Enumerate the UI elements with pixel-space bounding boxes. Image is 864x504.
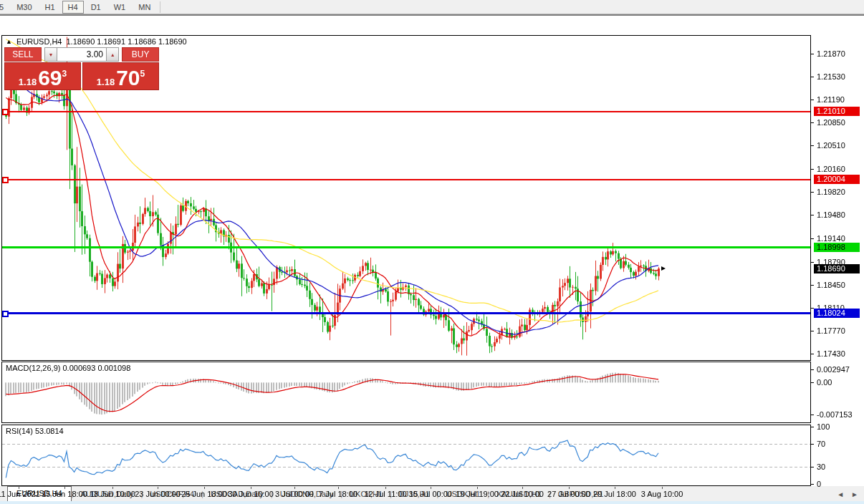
price-axis-value: 1.18450 xyxy=(817,281,845,289)
date-axis-label: 3 Aug 10:00 xyxy=(641,490,683,498)
date-axis-tick xyxy=(477,487,478,489)
date-axis-label: 25 Jun 18:00 xyxy=(181,490,227,498)
date-axis-label: 23 Jun 00:00 xyxy=(135,490,181,498)
price-axis-value: 1.20160 xyxy=(817,165,845,173)
spinner-up-icon: ▲ xyxy=(110,52,115,57)
date-axis-label: 22 Jul 10:00 xyxy=(501,490,544,498)
price-axis-value: 1.21190 xyxy=(817,95,845,104)
date-axis-tick xyxy=(112,487,113,489)
volume-increase-button[interactable]: ▲ xyxy=(106,47,119,62)
timeframe-toolbar: 5M30H1H4D1W1MN xyxy=(0,0,864,14)
date-axis-tick xyxy=(338,487,339,489)
price-axis-value: 1.21870 xyxy=(817,49,845,58)
date-axis-label: 29 Jul 18:00 xyxy=(593,490,636,498)
toolbar-separator xyxy=(160,1,160,13)
chart-ohlc-title: ▲ EURUSD,H4 1.18690 1.18691 1.18686 1.18… xyxy=(6,37,187,46)
date-axis-tick xyxy=(204,487,205,489)
price-axis-tick xyxy=(811,331,814,331)
price-axis-tick xyxy=(811,169,814,170)
price-axis-value: 1.21530 xyxy=(817,72,845,81)
rsi-axis-tick xyxy=(811,467,814,467)
timeframe-button-h4[interactable]: H4 xyxy=(62,1,84,14)
price-axis-value: 1.19820 xyxy=(817,188,845,196)
date-axis-tick xyxy=(569,487,570,489)
line-drag-handle[interactable] xyxy=(2,109,9,115)
date-axis-tick xyxy=(615,487,615,489)
buy-price-button[interactable]: 1.18 70 5 xyxy=(82,62,159,90)
rsi-axis-tick xyxy=(811,484,814,485)
macd-axis-value: -0.007153 xyxy=(817,410,853,419)
date-axis-tick xyxy=(251,487,251,489)
sell-price-main: 69 xyxy=(38,69,62,87)
timeframe-button-w1[interactable]: W1 xyxy=(108,1,132,14)
price-axis-tick xyxy=(811,192,814,193)
date-axis-label: 27 Jul 00:00 xyxy=(547,490,590,498)
date-axis-label: 19 Jul 19:00 xyxy=(456,490,499,498)
date-axis-tick xyxy=(522,487,523,489)
line-drag-handle[interactable] xyxy=(2,177,9,183)
macd-label: MACD(12,26,9) 0.000693 0.001098 xyxy=(6,364,130,372)
timeframe-button-m30[interactable]: M30 xyxy=(11,1,37,14)
buy-button[interactable]: BUY xyxy=(122,47,159,62)
sell-price-button[interactable]: 1.18 69 3 xyxy=(4,62,81,90)
price-axis-value: 1.19140 xyxy=(817,234,845,243)
price-axis-tick xyxy=(811,285,814,286)
date-axis-label: 12 Jul 11:00 xyxy=(364,490,406,498)
price-level-label: 1.21010 xyxy=(814,107,860,116)
macd-axis-value: 0.00 xyxy=(817,378,832,387)
current-price-label: 1.18690 xyxy=(814,264,860,273)
price-axis-tick xyxy=(811,77,814,77)
price-axis-tick xyxy=(811,100,814,100)
macd-axis-tick xyxy=(811,369,814,370)
one-click-trade-panel: SELL ▼ ▲ BUY 1.18 69 3 1.18 70 5 xyxy=(4,47,159,90)
date-axis-tick xyxy=(19,487,19,489)
price-axis-tick xyxy=(811,262,814,263)
price-level-label: 1.20004 xyxy=(814,175,860,184)
chart-window: ▲ EURUSD,H4 1.18690 1.18691 1.18686 1.18… xyxy=(0,14,864,487)
timeframe-button-mn[interactable]: MN xyxy=(133,1,156,14)
price-level-label: 1.18998 xyxy=(814,243,860,252)
price-axis-value: 1.19480 xyxy=(817,210,845,219)
trade-panel-collapse-icon[interactable]: ▲ xyxy=(6,38,12,45)
rsi-axis-value: 0 xyxy=(817,480,821,488)
rsi-axis-value: 100 xyxy=(817,422,830,431)
price-level-line-1.18024[interactable] xyxy=(2,312,810,314)
sell-price-prefix: 1.18 xyxy=(19,77,37,87)
price-level-line-1.18998[interactable] xyxy=(2,246,810,248)
macd-axis-tick xyxy=(811,415,814,415)
buy-price-pip: 5 xyxy=(140,69,145,79)
sell-price-pip: 3 xyxy=(62,69,67,79)
price-axis-tick xyxy=(811,354,814,354)
rsi-axis-tick xyxy=(811,427,814,427)
timeframe-button-d1[interactable]: D1 xyxy=(85,1,107,14)
volume-decrease-button[interactable]: ▼ xyxy=(44,47,57,62)
price-level-line-1.21010[interactable] xyxy=(2,111,810,112)
date-axis-label: 15 Jun 18:00 xyxy=(42,490,87,498)
date-axis-tick xyxy=(431,487,431,489)
rsi-axis-value: 30 xyxy=(817,462,825,471)
timeframe-button-h1[interactable]: H1 xyxy=(39,1,61,14)
buy-price-main: 70 xyxy=(116,69,140,87)
price-axis-tick xyxy=(811,238,814,239)
date-axis-label: 3 Jul 00:00 xyxy=(275,490,314,498)
timeframe-button-5[interactable]: 5 xyxy=(0,1,9,14)
price-axis-tick xyxy=(811,54,814,54)
price-axis-tick xyxy=(811,145,814,146)
date-axis-tick xyxy=(64,487,65,489)
date-axis-tick xyxy=(158,487,158,489)
sell-button[interactable]: SELL xyxy=(4,47,42,62)
price-level-line-1.20004[interactable] xyxy=(2,179,810,180)
date-axis-tick xyxy=(385,487,386,489)
spinner-down-icon: ▼ xyxy=(48,52,53,57)
chart-quote-values: 1.18690 1.18691 1.18686 1.18690 xyxy=(67,37,187,46)
macd-axis-value: 0.002947 xyxy=(817,365,850,374)
price-axis-value: 1.20850 xyxy=(817,118,845,127)
volume-input[interactable] xyxy=(57,47,106,62)
line-drag-handle[interactable] xyxy=(2,311,9,317)
date-axis-label: 15 Jul 00:00 xyxy=(409,490,452,498)
buy-price-prefix: 1.18 xyxy=(97,77,115,87)
price-axis-tick xyxy=(811,122,814,123)
date-axis-label: 18 Jun 10:00 xyxy=(90,490,135,498)
price-axis-value: 1.20510 xyxy=(817,141,845,150)
date-axis-label: 11 Jun 2021 xyxy=(0,490,40,498)
